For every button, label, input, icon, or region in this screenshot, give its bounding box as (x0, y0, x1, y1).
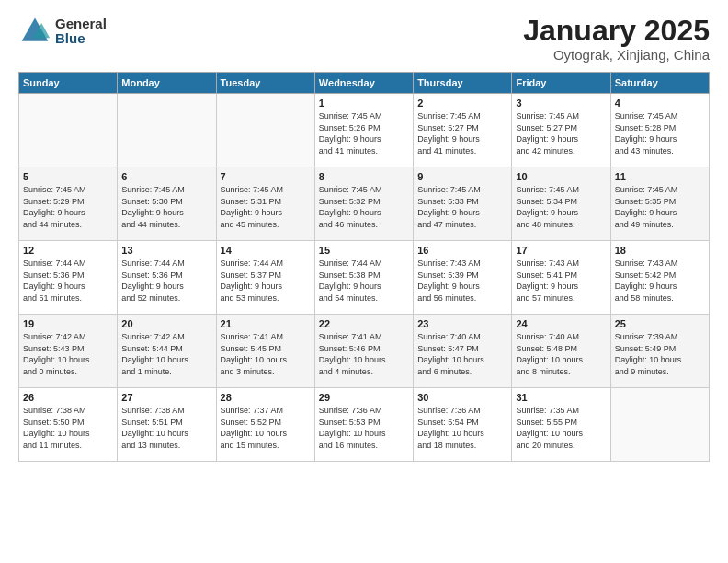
day-info-11: Sunrise: 7:45 AM Sunset: 5:35 PM Dayligh… (615, 184, 705, 230)
cell-4-1: 27Sunrise: 7:38 AM Sunset: 5:51 PM Dayli… (118, 388, 216, 462)
day-number-15: 15 (319, 245, 409, 256)
day-info-30: Sunrise: 7:36 AM Sunset: 5:54 PM Dayligh… (417, 405, 507, 451)
cell-1-4: 9Sunrise: 7:45 AM Sunset: 5:33 PM Daylig… (414, 167, 512, 241)
cell-2-0: 12Sunrise: 7:44 AM Sunset: 5:36 PM Dayli… (19, 241, 118, 315)
cell-0-3: 1Sunrise: 7:45 AM Sunset: 5:26 PM Daylig… (314, 94, 413, 167)
day-info-27: Sunrise: 7:38 AM Sunset: 5:51 PM Dayligh… (121, 405, 211, 451)
calendar-title: January 2025 (523, 15, 710, 47)
day-number-4: 4 (615, 98, 705, 109)
header-wednesday: Wednesday (314, 73, 413, 94)
day-info-6: Sunrise: 7:45 AM Sunset: 5:30 PM Dayligh… (121, 184, 211, 230)
day-info-19: Sunrise: 7:42 AM Sunset: 5:43 PM Dayligh… (23, 331, 113, 377)
cell-4-3: 29Sunrise: 7:36 AM Sunset: 5:53 PM Dayli… (314, 388, 413, 462)
cell-4-6 (610, 388, 709, 462)
day-info-14: Sunrise: 7:44 AM Sunset: 5:37 PM Dayligh… (221, 258, 311, 304)
calendar-header: Sunday Monday Tuesday Wednesday Thursday… (19, 73, 710, 94)
cell-3-5: 24Sunrise: 7:40 AM Sunset: 5:48 PM Dayli… (512, 315, 610, 388)
day-number-21: 21 (221, 318, 311, 329)
header-saturday: Saturday (610, 73, 709, 94)
day-number-19: 19 (23, 318, 113, 329)
cell-1-2: 7Sunrise: 7:45 AM Sunset: 5:31 PM Daylig… (216, 167, 314, 241)
cell-3-1: 20Sunrise: 7:42 AM Sunset: 5:44 PM Dayli… (118, 315, 216, 388)
day-info-25: Sunrise: 7:39 AM Sunset: 5:49 PM Dayligh… (615, 331, 705, 377)
day-number-13: 13 (121, 245, 211, 256)
cell-4-5: 31Sunrise: 7:35 AM Sunset: 5:55 PM Dayli… (512, 388, 610, 462)
cell-2-3: 15Sunrise: 7:44 AM Sunset: 5:38 PM Dayli… (314, 241, 413, 315)
day-info-2: Sunrise: 7:45 AM Sunset: 5:27 PM Dayligh… (417, 110, 507, 156)
cell-1-1: 6Sunrise: 7:45 AM Sunset: 5:30 PM Daylig… (118, 167, 216, 241)
day-info-8: Sunrise: 7:45 AM Sunset: 5:32 PM Dayligh… (319, 184, 409, 230)
day-number-28: 28 (221, 392, 311, 403)
weekday-header-row: Sunday Monday Tuesday Wednesday Thursday… (19, 73, 710, 94)
header-thursday: Thursday (414, 73, 512, 94)
day-info-3: Sunrise: 7:45 AM Sunset: 5:27 PM Dayligh… (516, 110, 606, 156)
day-info-16: Sunrise: 7:43 AM Sunset: 5:39 PM Dayligh… (417, 258, 507, 304)
day-number-12: 12 (23, 245, 113, 256)
cell-0-0 (19, 94, 118, 167)
calendar-subtitle: Oytograk, Xinjiang, China (523, 47, 710, 63)
day-number-14: 14 (221, 245, 311, 256)
day-info-18: Sunrise: 7:43 AM Sunset: 5:42 PM Dayligh… (615, 258, 705, 304)
day-number-1: 1 (319, 98, 409, 109)
day-number-2: 2 (417, 98, 507, 109)
day-number-23: 23 (417, 318, 507, 329)
header-tuesday: Tuesday (216, 73, 314, 94)
day-info-5: Sunrise: 7:45 AM Sunset: 5:29 PM Dayligh… (23, 184, 113, 230)
cell-2-1: 13Sunrise: 7:44 AM Sunset: 5:36 PM Dayli… (118, 241, 216, 315)
day-number-7: 7 (221, 171, 311, 182)
cell-0-6: 4Sunrise: 7:45 AM Sunset: 5:28 PM Daylig… (610, 94, 709, 167)
day-number-8: 8 (319, 171, 409, 182)
day-number-6: 6 (121, 171, 211, 182)
day-number-17: 17 (516, 245, 606, 256)
day-info-17: Sunrise: 7:43 AM Sunset: 5:41 PM Dayligh… (516, 258, 606, 304)
day-number-10: 10 (516, 171, 606, 182)
week-row-3: 19Sunrise: 7:42 AM Sunset: 5:43 PM Dayli… (19, 315, 710, 388)
day-number-25: 25 (615, 318, 705, 329)
day-info-22: Sunrise: 7:41 AM Sunset: 5:46 PM Dayligh… (319, 331, 409, 377)
logo-blue-text: Blue (55, 31, 107, 47)
cell-1-5: 10Sunrise: 7:45 AM Sunset: 5:34 PM Dayli… (512, 167, 610, 241)
day-info-20: Sunrise: 7:42 AM Sunset: 5:44 PM Dayligh… (121, 331, 211, 377)
calendar-body: 1Sunrise: 7:45 AM Sunset: 5:26 PM Daylig… (19, 94, 710, 462)
logo: General Blue (18, 15, 107, 48)
day-number-3: 3 (516, 98, 606, 109)
cell-3-2: 21Sunrise: 7:41 AM Sunset: 5:45 PM Dayli… (216, 315, 314, 388)
day-info-7: Sunrise: 7:45 AM Sunset: 5:31 PM Dayligh… (221, 184, 311, 230)
cell-0-5: 3Sunrise: 7:45 AM Sunset: 5:27 PM Daylig… (512, 94, 610, 167)
cell-2-5: 17Sunrise: 7:43 AM Sunset: 5:41 PM Dayli… (512, 241, 610, 315)
day-number-22: 22 (319, 318, 409, 329)
day-number-11: 11 (615, 171, 705, 182)
cell-1-0: 5Sunrise: 7:45 AM Sunset: 5:29 PM Daylig… (19, 167, 118, 241)
day-info-24: Sunrise: 7:40 AM Sunset: 5:48 PM Dayligh… (516, 331, 606, 377)
header-monday: Monday (118, 73, 216, 94)
day-info-13: Sunrise: 7:44 AM Sunset: 5:36 PM Dayligh… (121, 258, 211, 304)
day-number-30: 30 (417, 392, 507, 403)
cell-1-3: 8Sunrise: 7:45 AM Sunset: 5:32 PM Daylig… (314, 167, 413, 241)
day-number-18: 18 (615, 245, 705, 256)
day-number-31: 31 (516, 392, 606, 403)
cell-4-4: 30Sunrise: 7:36 AM Sunset: 5:54 PM Dayli… (414, 388, 512, 462)
header: General Blue January 2025 Oytograk, Xinj… (18, 15, 710, 63)
logo-general-text: General (55, 17, 107, 32)
day-info-15: Sunrise: 7:44 AM Sunset: 5:38 PM Dayligh… (319, 258, 409, 304)
day-info-1: Sunrise: 7:45 AM Sunset: 5:26 PM Dayligh… (319, 110, 409, 156)
week-row-2: 12Sunrise: 7:44 AM Sunset: 5:36 PM Dayli… (19, 241, 710, 315)
day-info-28: Sunrise: 7:37 AM Sunset: 5:52 PM Dayligh… (221, 405, 311, 451)
cell-3-4: 23Sunrise: 7:40 AM Sunset: 5:47 PM Dayli… (414, 315, 512, 388)
cell-3-3: 22Sunrise: 7:41 AM Sunset: 5:46 PM Dayli… (314, 315, 413, 388)
day-number-16: 16 (417, 245, 507, 256)
day-number-5: 5 (23, 171, 113, 182)
cell-3-6: 25Sunrise: 7:39 AM Sunset: 5:49 PM Dayli… (610, 315, 709, 388)
cell-2-4: 16Sunrise: 7:43 AM Sunset: 5:39 PM Dayli… (414, 241, 512, 315)
day-number-29: 29 (319, 392, 409, 403)
cell-2-2: 14Sunrise: 7:44 AM Sunset: 5:37 PM Dayli… (216, 241, 314, 315)
cell-3-0: 19Sunrise: 7:42 AM Sunset: 5:43 PM Dayli… (19, 315, 118, 388)
day-info-10: Sunrise: 7:45 AM Sunset: 5:34 PM Dayligh… (516, 184, 606, 230)
logo-text: General Blue (55, 17, 107, 47)
header-sunday: Sunday (19, 73, 118, 94)
week-row-4: 26Sunrise: 7:38 AM Sunset: 5:50 PM Dayli… (19, 388, 710, 462)
cell-0-2 (216, 94, 314, 167)
day-number-20: 20 (121, 318, 211, 329)
day-info-4: Sunrise: 7:45 AM Sunset: 5:28 PM Dayligh… (615, 110, 705, 156)
day-number-9: 9 (417, 171, 507, 182)
